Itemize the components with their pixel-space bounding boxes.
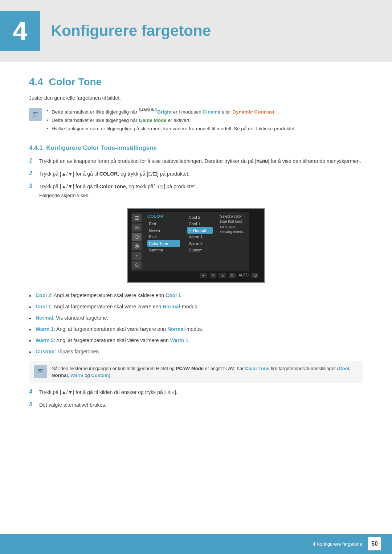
svg-rect-1 [135, 217, 139, 218]
svg-rect-2 [135, 219, 139, 219]
menu-icon-4 [132, 242, 142, 250]
step-4: 4 Trykk på [▲/▼] for å gå til kilden du … [29, 389, 363, 396]
subsection-title: 4.4.1 Konfigurere Color Tone-innstilling… [29, 144, 363, 152]
bullet-custom: Custom: Tilpass fargetonen. [29, 348, 363, 356]
monitor-container: i COLOR Red Green Blue Color Tone Gamma [29, 208, 363, 283]
note-item-2: Dette alternativet er ikke tilgjengelig … [46, 118, 296, 123]
note-box: Dette alternativet er ikke tilgjengelig … [29, 108, 363, 134]
note-item-1: Dette alternativet er ikke tilgjengelig … [46, 108, 296, 115]
menu-item-gamma: Gamma [147, 247, 180, 253]
step-1: 1 Trykk på en av knappene foran på produ… [29, 157, 363, 165]
menu-icon-6: i [132, 261, 142, 269]
monitor-btn-up[interactable]: ▲ [219, 273, 226, 278]
bullet-warm1: Warm 1: Angi at fargetemperaturen skal v… [29, 325, 363, 333]
chapter-title: Konfigurere fargetone [51, 22, 211, 40]
submenu-warm1: Warm 1 [187, 234, 213, 240]
step-3-sub: Følgende skjerm vises. [39, 193, 196, 198]
menu-icon-3 [132, 233, 142, 241]
menu-main: COLOR Red Green Blue Color Tone Gamma [144, 212, 184, 271]
monitor-screen: i COLOR Red Green Blue Color Tone Gamma [127, 208, 265, 283]
note-icon-2 [34, 365, 47, 378]
menu-icon-2 [132, 223, 142, 231]
bullet-normal: Normal: Vis standard fargetone. [29, 314, 363, 322]
page-header: 4 Konfigurere fargetone [0, 0, 392, 62]
svg-rect-3 [135, 226, 139, 226]
monitor-bottom: ◄ ▼ ▲ ⊡ AUTO ⏻ [131, 271, 261, 279]
hint-text: Select a color tone that best suits your… [216, 212, 249, 271]
monitor-btn-enter[interactable]: ⊡ [229, 273, 236, 278]
note-icon [29, 108, 42, 121]
svg-point-7 [136, 255, 138, 257]
menu-item-green: Green [147, 227, 180, 234]
svg-point-6 [135, 235, 138, 238]
menu-item-colortone: Color Tone [147, 240, 180, 247]
monitor-btn-power[interactable]: ⏻ [252, 273, 258, 278]
steps-cont: 4 Trykk på [▲/▼] for å gå til kilden du … [29, 389, 363, 409]
intro-text: Juster den generelle fargetonen til bild… [29, 95, 363, 101]
monitor-screenshot: i COLOR Red Green Blue Color Tone Gamma [127, 208, 265, 283]
svg-rect-4 [135, 227, 139, 227]
steps-list: 1 Trykk på en av knappene foran på produ… [29, 157, 363, 202]
bullet-list: Cool 2: Angi at fargetemperaturen skal v… [29, 292, 363, 356]
menu-header: COLOR [147, 214, 180, 218]
step-2: 2 Trykk på [▲/▼] for å gå til COLOR, og … [29, 170, 363, 178]
monitor-auto: AUTO [238, 273, 249, 277]
menu-icon-5 [132, 252, 142, 260]
footer-page: 50 [368, 537, 381, 550]
submenu-cool2: Cool 2 [187, 214, 213, 221]
bullet-warm2: Warm 2: Angi at fargetemperaturen skal v… [29, 337, 363, 344]
svg-text:i: i [136, 264, 137, 266]
monitor-menu: i COLOR Red Green Blue Color Tone Gamma [131, 212, 261, 271]
menu-icon-1 [132, 214, 142, 222]
footer-chapter: 4 Konfigurere fargetone [313, 541, 362, 547]
main-content: 4.4 Color Tone Juster den generelle farg… [0, 76, 392, 409]
menu-item-blue: Blue [147, 234, 180, 240]
submenu: Cool 2 Cool 1 Normal Warm 1 Warm 2 Custo… [184, 212, 216, 271]
svg-rect-5 [135, 228, 139, 229]
svg-rect-0 [135, 216, 139, 217]
step-5: 5 Det valgte alternativet brukes. [29, 401, 363, 409]
section-title: 4.4 Color Tone [29, 76, 363, 88]
submenu-cool1: Cool 1 [187, 221, 213, 227]
bullet-cool2: Cool 2: Angi at fargetemperaturen skal v… [29, 292, 363, 299]
step-3: 3 Trykk på [▲/▼] for å gå til Color Tone… [29, 183, 363, 202]
note-box-2: Når den eksterne inngangen er koblet til… [29, 361, 363, 383]
monitor-btn-left[interactable]: ◄ [200, 273, 207, 278]
chapter-number: 4 [0, 11, 40, 51]
submenu-warm2: Warm 2 [187, 240, 213, 247]
bullet-cool1: Cool 1: Angi at fargetemperaturen skal v… [29, 303, 363, 311]
note-item-3: Hvilke funksjoner som er tilgjengelige p… [46, 126, 296, 131]
menu-item-red: Red [147, 221, 180, 227]
note-list: Dette alternativet er ikke tilgjengelig … [46, 108, 296, 134]
menu-sidebar: i [131, 212, 144, 271]
note-text-2: Når den eksterne inngangen er koblet til… [52, 365, 358, 379]
submenu-custom: Custom [187, 247, 213, 253]
section-number: 4.4 [29, 76, 43, 87]
page-footer: 4 Konfigurere fargetone 50 [0, 534, 392, 554]
submenu-normal: Normal [187, 227, 213, 234]
monitor-btn-down[interactable]: ▼ [210, 273, 217, 278]
